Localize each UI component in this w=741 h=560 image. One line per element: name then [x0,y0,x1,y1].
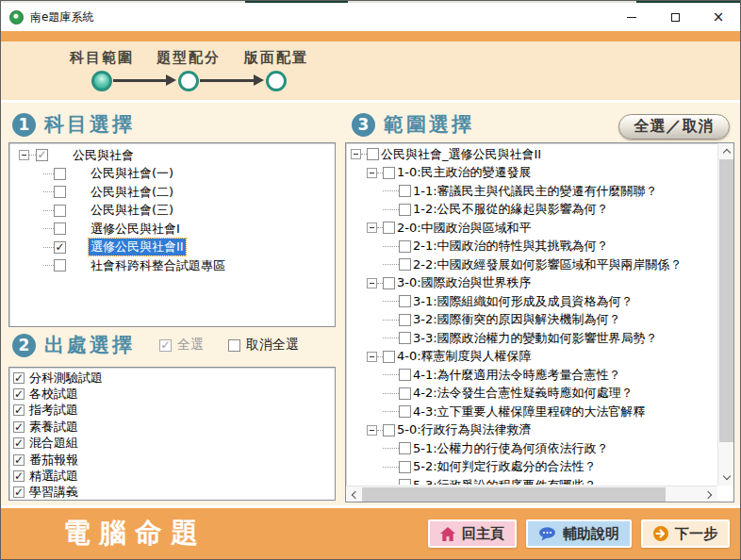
scope-item-label[interactable]: 3-2:國際衝突的原因與解決機制為何？ [413,311,621,328]
subject-tree-item-row[interactable]: 公民與社會(二) [9,183,335,202]
scope-tree-row-level-2[interactable]: 3-2:國際衝突的原因與解決機制為何？ [347,311,716,330]
deselect-all-checkbox-group[interactable]: 取消全選 [228,337,299,354]
subject-item-label[interactable]: 選修公民與社會I [91,221,180,238]
collapse-expander-icon[interactable] [367,278,377,288]
collapse-expander-icon[interactable] [367,222,377,233]
scope-item-label[interactable]: 3-1:國際組織如何形成及成員資格為何？ [413,293,634,310]
subject-item-label[interactable]: 公民與社會(二) [91,184,173,201]
checkbox[interactable]: ✓ [13,454,25,466]
source-list-item[interactable]: ✓番茄報報 [9,452,335,468]
scope-tree-row-level-2[interactable]: 2-1:中國政治的特性與其挑戰為何？ [347,238,716,256]
checkbox[interactable] [399,295,411,307]
horizontal-scrollbar[interactable] [346,486,717,502]
subject-root-label[interactable]: 公民與社會 [73,147,134,164]
scope-tree-row-level-2[interactable]: 3-1:國際組織如何形成及成員資格為何？ [347,292,716,311]
help-button[interactable]: 輔助說明 [526,519,632,548]
scope-item-label[interactable]: 4-0:釋憲制度與人權保障 [397,348,532,365]
scope-tree-row-level-1[interactable]: 1-0:民主政治的變遷發展 [347,164,716,183]
scope-tree-row-level-2[interactable]: 4-1:為什麼適用法令時應考量合憲性？ [347,366,716,385]
scope-item-label[interactable]: 4-3:立下重要人權保障里程碑的大法官解釋 [413,404,646,420]
scope-item-label[interactable]: 2-2:中國政經發展如何影響區域和平與兩岸關係？ [413,256,683,273]
subject-tree-item-row[interactable]: 選修公民與社會I [9,220,335,239]
scope-tree-row-level-2[interactable]: 2-2:中國政經發展如何影響區域和平與兩岸關係？ [347,255,716,274]
scope-tree-row-level-2[interactable]: 5-3:行政爭訟的程序要件有哪些？ [347,476,716,485]
checkbox[interactable]: ✓ [13,437,25,449]
checkbox[interactable]: ✓ [13,486,25,498]
checkbox[interactable]: ✓ [13,421,25,433]
subject-tree-item-row[interactable]: ✓選修公民與社會II [9,239,335,257]
scroll-down-button[interactable] [718,469,734,486]
collapse-expander-icon[interactable] [367,425,377,436]
source-list-item[interactable]: ✓混合題組 [9,436,335,452]
checkbox[interactable] [54,222,66,235]
subject-item-label[interactable]: 選修公民與社會II [89,239,186,255]
subject-item-label[interactable]: 公民與社會(三) [91,202,173,219]
checkbox[interactable]: ✓ [36,149,48,161]
scroll-left-button[interactable] [346,486,362,502]
select-all-checkbox-group[interactable]: ✓ 全選 [159,337,204,354]
subject-tree-item-row[interactable]: 社會科跨科整合試題專區 [9,256,335,275]
source-list-item[interactable]: ✓學習講義 [9,485,335,501]
subject-item-label[interactable]: 公民與社會(一) [91,165,173,182]
scope-item-label[interactable]: 5-1:公權力的行使為何須依法行政？ [413,440,609,457]
subject-tree-root-row[interactable]: ✓公民與社會 [9,146,335,165]
scope-item-label[interactable]: 1-2:公民不服從的緣起與影響為何？ [413,201,609,218]
checkbox[interactable] [54,168,66,180]
checkbox[interactable] [399,479,411,485]
source-list-item[interactable]: ✓素養試題 [9,419,335,435]
scroll-up-button[interactable] [718,143,734,159]
scope-item-label[interactable]: 3-0:國際政治與世界秩序 [397,274,532,291]
scope-tree-row-level-1[interactable]: 5-0:行政行為與法律救濟 [347,421,716,440]
checkbox[interactable] [399,314,411,326]
scope-item-label[interactable]: 4-1:為什麼適用法令時應考量合憲性？ [413,367,621,384]
checkbox[interactable] [399,204,411,216]
step-circle-1[interactable] [91,71,112,91]
checkbox[interactable] [54,205,66,217]
scope-item-label[interactable]: 3-3:國際政治權力的變動如何影響世界局勢？ [413,330,658,347]
checkbox[interactable] [399,442,411,454]
collapse-expander-icon[interactable] [19,150,29,160]
maximize-button[interactable] [653,3,697,31]
horizontal-scroll-thumb[interactable] [362,487,666,502]
subject-tree-item-row[interactable]: 公民與社會(一) [9,165,335,184]
checkbox[interactable]: ✓ [54,241,66,254]
scope-tree-row-level-2[interactable]: 4-2:法令發生合憲性疑義時應如何處理？ [347,385,716,404]
close-button[interactable]: × [697,3,740,31]
scroll-right-button[interactable] [701,486,717,502]
scope-tree-row-level-1[interactable]: 2-0:中國政治與區域和平 [347,219,716,238]
checkbox[interactable]: ✓ [13,404,25,416]
scope-item-label[interactable]: 5-3:行政爭訟的程序要件有哪些？ [413,477,597,485]
scope-tree-row-level-2[interactable]: 1-2:公民不服從的緣起與影響為何？ [347,201,716,220]
collapse-expander-icon[interactable] [367,352,377,362]
checkbox[interactable] [54,186,66,198]
checkbox[interactable] [399,185,411,197]
scope-item-label[interactable]: 2-0:中國政治與區域和平 [397,220,532,237]
subject-tree-item-row[interactable]: 公民與社會(三) [9,202,335,221]
scope-tree-row-level-2[interactable]: 5-2:如何判定行政處分的合法性？ [347,458,716,477]
source-list-panel[interactable]: ✓分科測驗試題✓各校試題✓指考試題✓素養試題✓混合題組✓番茄報報✓精選試題✓學習… [8,367,336,501]
checkbox[interactable] [383,424,395,436]
scope-tree-row-level-0[interactable]: 公民與社會_選修公民與社會II [347,145,716,164]
checkbox[interactable] [399,369,411,381]
checkbox[interactable] [399,405,411,418]
source-list-item[interactable]: ✓指考試題 [9,403,335,419]
checkbox[interactable] [383,351,395,363]
minimize-button[interactable] [610,3,653,31]
vertical-scrollbar[interactable] [717,143,733,486]
scope-tree-row-level-1[interactable]: 4-0:釋憲制度與人權保障 [347,348,716,367]
step-circle-2[interactable] [178,71,199,91]
toggle-all-button[interactable]: 全選／取消 [618,114,730,140]
home-button[interactable]: 回主頁 [428,519,517,548]
checkbox[interactable] [399,387,411,400]
checkbox[interactable] [399,258,411,271]
scope-item-label[interactable]: 1-0:民主政治的變遷發展 [397,164,532,181]
scope-tree-row-level-2[interactable]: 4-3:立下重要人權保障里程碑的大法官解釋 [347,403,716,421]
scope-tree-row-level-2[interactable]: 5-1:公權力的行使為何須依法行政？ [347,439,716,458]
scope-item-label[interactable]: 5-0:行政行為與法律救濟 [397,421,532,438]
select-all-checkbox[interactable]: ✓ [159,339,172,352]
next-step-button[interactable]: 下一步 [641,519,730,548]
source-list-item[interactable]: ✓精選試題 [9,468,335,484]
checkbox[interactable] [367,148,379,160]
scope-tree-scroll-area[interactable]: 公民與社會_選修公民與社會II1-0:民主政治的變遷發展1-1:審議民主與代議民… [347,144,716,485]
subject-item-label[interactable]: 社會科跨科整合試題專區 [91,257,225,274]
